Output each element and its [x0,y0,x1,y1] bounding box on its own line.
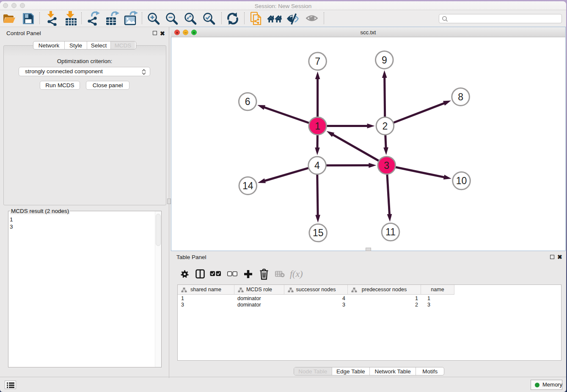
svg-text:1: 1 [315,121,320,132]
svg-text:9: 9 [382,55,387,66]
svg-text:11: 11 [385,226,396,237]
svg-text:6: 6 [245,96,250,107]
svg-text:10: 10 [456,175,467,186]
svg-text:8: 8 [458,91,463,102]
svg-text:7: 7 [315,56,320,67]
svg-text:15: 15 [313,227,324,238]
svg-text:2: 2 [383,121,388,132]
svg-text:3: 3 [384,160,389,171]
svg-text:14: 14 [242,180,253,191]
svg-text:4: 4 [314,160,320,171]
